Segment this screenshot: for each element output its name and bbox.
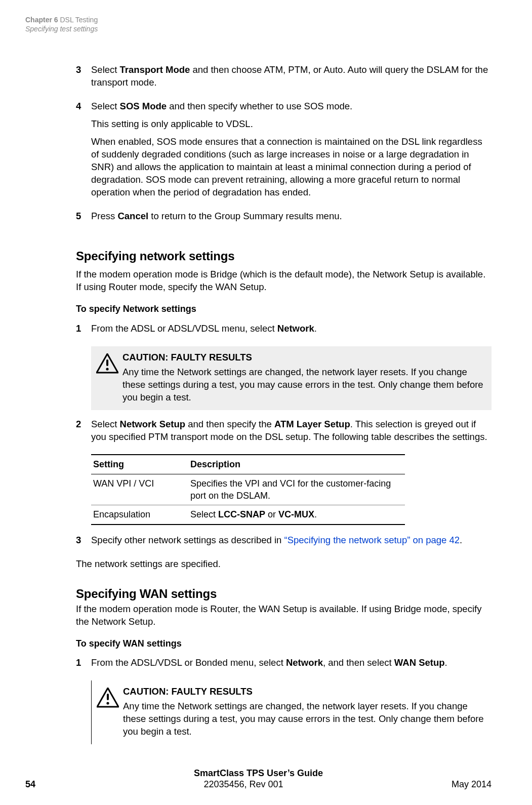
bold-text: WAN Setup: [394, 657, 445, 668]
svg-point-2: [106, 368, 108, 370]
section-heading-network: Specifying network settings: [76, 248, 492, 264]
footer-date: May 2014: [452, 779, 492, 790]
cross-reference-link[interactable]: “Specifying the network setup” on page 4…: [284, 535, 460, 545]
step-number: 3: [76, 64, 91, 94]
paragraph: Select Transport Mode and then choose AT…: [91, 64, 492, 89]
caution-title: CAUTION: FAULTY RESULTS: [123, 686, 484, 698]
step-number: 4: [76, 100, 91, 204]
svg-point-5: [106, 702, 109, 705]
step-text: Select Network Setup and then specify th…: [91, 418, 492, 449]
table-cell-setting: WAN VPI / VCI: [91, 474, 188, 505]
step: 4Select SOS Mode and then specify whethe…: [76, 100, 492, 204]
table-cell-description: Select LCC-SNAP or VC-MUX.: [188, 505, 405, 525]
caution-box: CAUTION: FAULTY RESULTS Any time the Net…: [91, 346, 492, 410]
caution-icon: [96, 351, 122, 377]
table-header-setting: Setting: [91, 455, 188, 474]
caution-body: Any time the Network settings are change…: [123, 700, 484, 738]
step-text: From the ADSL/VDSL or Bonded menu, selec…: [91, 657, 492, 674]
bold-text: ATM Layer Setup: [274, 419, 350, 429]
chapter-label: Chapter 6: [25, 16, 58, 24]
step-text: Press Cancel to return to the Group Summ…: [91, 210, 492, 228]
section-lead-wan: If the modem operation mode is Router, t…: [76, 603, 492, 628]
page-footer: SmartClass TPS User’s Guide 54 22035456,…: [25, 767, 492, 790]
caution-icon: [97, 686, 123, 711]
header-section-title: Specifying test settings: [25, 25, 98, 33]
paragraph: Press Cancel to return to the Group Summ…: [91, 210, 492, 223]
bold-text: Network: [286, 657, 323, 668]
section-heading-wan: Specifying WAN settings: [76, 586, 492, 602]
step-number: 2: [76, 418, 91, 449]
bold-text: Network: [277, 323, 314, 334]
footer-guide-title: SmartClass TPS User’s Guide: [194, 768, 323, 778]
step-text: Specify other network settings as descri…: [91, 534, 492, 552]
table-cell-description: Specifies the VPI and VCI for the custom…: [188, 474, 405, 505]
table-cell-setting: Encapsulation: [91, 505, 188, 525]
svg-rect-1: [106, 359, 108, 366]
bold-text: Transport Mode: [120, 64, 190, 75]
table-row: EncapsulationSelect LCC-SNAP or VC-MUX.: [91, 505, 405, 525]
table-row: WAN VPI / VCISpecifies the VPI and VCI f…: [91, 474, 405, 505]
step: 1From the ADSL/VDSL or Bonded menu, sele…: [76, 657, 492, 674]
caution-title: CAUTION: FAULTY RESULTS: [122, 351, 484, 364]
section-closing-network: The network settings are specified.: [76, 558, 492, 571]
step-text: Select Transport Mode and then choose AT…: [91, 64, 492, 94]
bold-text: Cancel: [117, 211, 148, 221]
bold-text: SOS Mode: [120, 101, 167, 111]
step-number: 5: [76, 210, 91, 228]
paragraph: From the ADSL or ADSL/VDSL menu, select …: [91, 323, 492, 335]
section-lead-network: If the modem operation mode is Bridge (w…: [76, 268, 492, 294]
step: 2Select Network Setup and then specify t…: [76, 418, 492, 449]
step-number: 1: [76, 657, 91, 674]
paragraph: Select Network Setup and then specify th…: [91, 418, 492, 444]
paragraph: When enabled, SOS mode ensures that a co…: [91, 136, 492, 199]
bold-text: Network Setup: [120, 419, 186, 429]
settings-table: Setting Description WAN VPI / VCISpecifi…: [91, 454, 405, 525]
procedure-heading-network: To specify Network settings: [76, 303, 492, 315]
paragraph: Select SOS Mode and then specify whether…: [91, 100, 492, 113]
svg-rect-4: [107, 694, 109, 700]
footer-doc-number: 22035456, Rev 001: [203, 779, 283, 790]
table-header-description: Description: [188, 455, 405, 474]
footer-page-number: 54: [25, 779, 35, 790]
bold-text: VC-MUX: [278, 509, 314, 519]
step-number: 1: [76, 323, 91, 340]
step: 3Select Transport Mode and then choose A…: [76, 64, 492, 94]
step-number: 3: [76, 534, 91, 552]
caution-body: Any time the Network settings are change…: [122, 366, 484, 404]
page-header: Chapter 6 DSL Testing Specifying test se…: [25, 15, 492, 33]
step-text: Select SOS Mode and then specify whether…: [91, 100, 492, 204]
paragraph: Specify other network settings as descri…: [91, 534, 492, 547]
step: 3 Specify other network settings as desc…: [76, 534, 492, 552]
paragraph: From the ADSL/VDSL or Bonded menu, selec…: [91, 657, 492, 669]
caution-box: CAUTION: FAULTY RESULTS Any time the Net…: [91, 680, 492, 744]
step: 5Press Cancel to return to the Group Sum…: [76, 210, 492, 228]
step: 1From the ADSL or ADSL/VDSL menu, select…: [76, 323, 492, 340]
step-text: From the ADSL or ADSL/VDSL menu, select …: [91, 323, 492, 340]
chapter-title: DSL Testing: [60, 16, 98, 24]
bold-text: LCC-SNAP: [218, 509, 265, 519]
paragraph: This setting is only applicable to VDSL.: [91, 118, 492, 131]
procedure-heading-wan: To specify WAN settings: [76, 637, 492, 650]
